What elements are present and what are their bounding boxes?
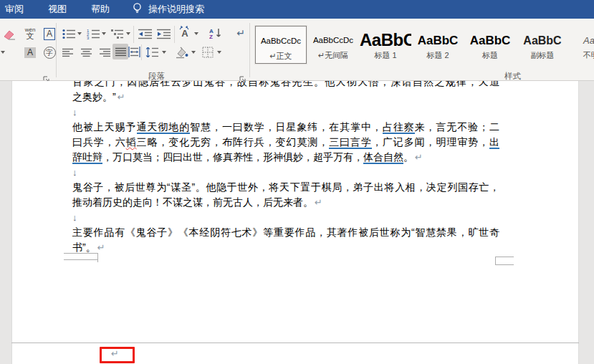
multilevel-dropdown-arrow[interactable] [126,32,130,35]
paragraph-mark: ↵ [413,152,423,163]
sort-button[interactable]: A Z [208,25,224,41]
style-item[interactable]: AaBbC标题 [464,26,516,64]
text-run: 书”。 [72,241,96,253]
ribbon: wén 文 A A 字 123 [0,19,594,81]
crop-mark [495,257,496,264]
text-run: 来，言无不验；二 [415,121,499,133]
text-run: 三略，变化无穷，布阵行兵，变幻莫测， [137,136,330,148]
style-label: 标题 1 [360,50,411,61]
phonetic-guide-button[interactable]: wén 文 [22,25,38,41]
text-line: ↓ [72,210,499,225]
style-label: 不明显 [569,50,594,61]
style-label: 副标题 [517,50,568,61]
proofing-underlined-text: 三曰言学 [329,136,372,149]
text-run: 鬼谷子，被后世尊为“谋圣”。他隐于世外，将天下置于棋局，弟子出将入相，决定列国存… [72,181,499,193]
page-boundary-line [11,343,579,343]
line-break-mark: ↓ [72,107,77,118]
align-center-button[interactable] [78,44,94,60]
increase-indent-button[interactable] [155,26,171,42]
decrease-indent-button[interactable] [137,26,153,42]
text-line: 他被上天赐予通天彻地的智慧，一曰数学，日星象纬，在其掌中，占往察来，言无不验；二 [72,120,499,135]
menu-tab[interactable]: 审阅 [0,0,36,19]
style-label: 标题 2 [412,50,464,61]
eraser-icon [2,27,16,40]
numbering-button[interactable]: 123 [85,26,101,42]
clear-formatting-button[interactable] [1,26,17,42]
dropdown-arrow-icon[interactable] [1,51,5,54]
style-item[interactable]: AaBbC标题 2 [412,26,464,64]
proofing-underlined-text: 辞吐辩 [72,151,102,164]
menu-tab[interactable]: 帮助 [79,0,122,19]
style-item[interactable]: AaBbCcDc↵正文 [255,26,307,64]
style-sample: AaBbC [464,31,516,49]
text-run: ，万口莫当；四曰出世，修真养性，形神俱妙，超乎万有， [102,151,363,163]
crop-mark [64,253,98,254]
shading-dropdown-arrow[interactable] [191,51,196,54]
button-separator [133,26,134,43]
asian-layout-button[interactable]: A [177,25,193,41]
character-shading-icon: A [24,47,36,58]
show-hide-marks-button[interactable]: ↵ [233,25,249,41]
character-shading-button[interactable]: A [22,44,38,60]
numbering-dropdown-arrow[interactable] [102,32,106,35]
menu-tab[interactable]: 视图 [36,0,79,19]
button-separator [174,26,175,43]
menu-tabs: 审阅视图帮助 [0,0,122,19]
style-item[interactable]: AaBbC副标题 [517,26,568,64]
borders-button[interactable] [200,44,216,60]
style-item[interactable]: AaBbC标题 1 [360,26,411,64]
character-border-button[interactable]: A [42,26,57,42]
bullets-button[interactable] [61,26,77,42]
text-line: 书”。↵ [72,240,499,255]
tell-me-label: 操作说明搜索 [148,3,204,16]
crop-mark [97,253,98,262]
text-run: 百家之门，因隐居在云梦山鬼谷，故自称鬼谷先生。他大彻大悟，深谙自然之规律，天道 [72,81,499,87]
paragraph-mark-icon: ↵ [236,27,245,39]
svg-text:3: 3 [87,36,90,39]
asian-layout-dropdown-arrow[interactable] [194,32,198,35]
text-run: 曰兵学，六 [72,136,126,148]
enclose-characters-button[interactable]: 字 [42,44,57,60]
shading-button[interactable] [174,44,190,60]
document-page[interactable]: 百家之门，因隐居在云梦山鬼谷，故自称鬼谷先生。他大彻大悟，深谙自然之规律，天道之… [11,81,579,364]
paragraph-group-label: 段落 [148,71,165,82]
text-line: 曰兵学，六韬三略，变化无穷，布阵行兵，变幻莫测，三曰言学，广记多闻，明理审势，出 [72,135,499,150]
paragraph-mark: ↵ [96,242,105,253]
proofing-underlined-text: 体合自然 [363,151,403,164]
proofing-underlined-text: 占往察 [383,121,415,134]
align-right-button[interactable] [97,44,112,60]
style-item[interactable]: AaBb不明显 [569,26,594,64]
style-sample: AaBbCcDc [256,32,306,50]
line-spacing-dropdown-arrow[interactable] [162,51,166,54]
line-break-mark: ↓ [72,167,77,178]
text-run: 之奥妙。” [72,91,116,102]
style-sample: AaBbCcDc [307,31,359,49]
paragraph-mark: ↵ [313,197,322,208]
word-window: 审阅视图帮助 操作说明搜索 wén 文 [0,0,594,364]
character-border-icon: A [44,28,55,40]
text-line: 推动着历史的走向！不谋之谋，前无古人，后无来者。↵ [72,195,499,210]
styles-group-label: 样式 [504,71,521,82]
style-label: ↵正文 [256,51,306,62]
crop-mark [64,259,98,260]
paragraph-dialog-launcher[interactable] [239,73,246,80]
bullets-dropdown-arrow[interactable] [77,32,82,35]
proofing-underlined-text: 出 [489,136,499,149]
style-item[interactable]: AaBbCcDc↵无间隔 [307,26,359,64]
tell-me-search[interactable]: 操作说明搜索 [132,2,204,16]
style-sample: AaBb [569,31,594,49]
text-line: 鬼谷子，被后世尊为“谋圣”。他隐于世外，将天下置于棋局，弟子出将入相，决定列国存… [72,180,499,195]
multilevel-list-button[interactable] [110,26,125,42]
text-line: 百家之门，因隐居在云梦山鬼谷，故自称鬼谷先生。他大彻大悟，深谙自然之规律，天道 [72,81,499,90]
enclose-characters-icon: 字 [44,47,56,59]
borders-dropdown-arrow[interactable] [217,51,221,54]
font-dialog-launcher[interactable] [43,73,50,80]
button-separator [141,44,142,60]
menu-bar: 审阅视图帮助 操作说明搜索 [0,0,594,19]
line-spacing-button[interactable] [144,44,160,60]
text-run: 主要作品有《鬼谷子》《本经阴符七术》等重要作品，其著作被后世称为“智慧禁果，旷世… [72,226,499,238]
line-break-mark: ↓ [72,212,77,223]
align-left-button[interactable] [59,44,75,60]
distribute-button[interactable] [126,44,142,59]
lightbulb-icon [132,2,143,16]
